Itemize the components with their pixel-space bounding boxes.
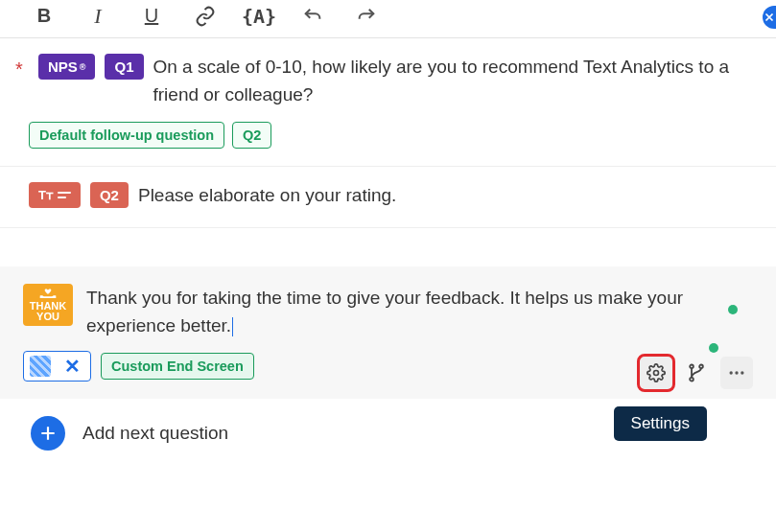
status-dot bbox=[728, 305, 738, 314]
undo-button[interactable] bbox=[299, 3, 326, 30]
bold-button[interactable]: B bbox=[31, 3, 58, 30]
italic-button[interactable]: I bbox=[84, 3, 111, 30]
text-type-badge[interactable]: Tᴛ bbox=[29, 182, 81, 208]
block-action-bar bbox=[640, 357, 753, 389]
q2-number-badge[interactable]: Q2 bbox=[90, 182, 129, 208]
svg-point-1 bbox=[690, 365, 694, 369]
default-followup-tag[interactable]: Default follow-up question bbox=[29, 122, 224, 149]
q1-text[interactable]: On a scale of 0-10, how likely are you t… bbox=[153, 54, 754, 108]
end-screen-image-chip[interactable]: ✕ bbox=[23, 351, 91, 382]
link-button[interactable] bbox=[192, 3, 219, 30]
svg-point-5 bbox=[735, 372, 738, 375]
add-next-label[interactable]: Add next question bbox=[82, 423, 228, 444]
thank-you-badge[interactable]: THANKYOU bbox=[23, 284, 73, 326]
text-type-icon: Tᴛ bbox=[38, 188, 71, 202]
svg-point-2 bbox=[699, 365, 703, 369]
underline-button[interactable]: U bbox=[138, 3, 165, 30]
formatting-toolbar: B I U {A} bbox=[0, 0, 776, 38]
remove-image-icon[interactable]: ✕ bbox=[60, 355, 84, 378]
link-icon bbox=[195, 6, 216, 27]
thank-you-block: THANKYOU Thank you for taking the time t… bbox=[0, 266, 776, 400]
custom-end-screen-tag[interactable]: Custom End Screen bbox=[101, 353, 254, 380]
redo-button[interactable] bbox=[353, 3, 380, 30]
swatch-icon bbox=[30, 356, 51, 377]
variable-button[interactable]: {A} bbox=[246, 3, 272, 30]
nps-type-badge[interactable]: NPS® bbox=[38, 54, 95, 80]
svg-point-0 bbox=[654, 371, 659, 376]
question-block-1: * NPS® Q1 On a scale of 0-10, how likely… bbox=[0, 38, 776, 167]
branch-icon bbox=[687, 363, 706, 382]
settings-button[interactable] bbox=[640, 357, 672, 389]
svg-point-3 bbox=[690, 378, 694, 382]
q2-text[interactable]: Please elaborate on your rating. bbox=[138, 182, 753, 210]
undo-icon bbox=[302, 6, 323, 27]
required-marker: * bbox=[15, 54, 29, 79]
followup-q2-tag[interactable]: Q2 bbox=[232, 122, 271, 149]
close-icon bbox=[763, 11, 776, 24]
plus-icon bbox=[38, 424, 58, 443]
add-question-button[interactable] bbox=[31, 416, 65, 451]
svg-point-6 bbox=[741, 372, 743, 375]
heart-hands-icon bbox=[38, 288, 58, 299]
more-button[interactable] bbox=[720, 357, 753, 389]
svg-point-4 bbox=[730, 372, 733, 375]
thank-you-text[interactable]: Thank you for taking the time to give yo… bbox=[86, 284, 753, 340]
redo-icon bbox=[356, 6, 377, 27]
gear-icon bbox=[647, 363, 666, 382]
branch-button[interactable] bbox=[680, 357, 713, 389]
ellipsis-icon bbox=[727, 363, 746, 382]
q1-number-badge[interactable]: Q1 bbox=[105, 54, 143, 80]
question-block-2: Tᴛ Q2 Please elaborate on your rating. bbox=[0, 167, 776, 228]
settings-tooltip: Settings bbox=[614, 406, 707, 441]
